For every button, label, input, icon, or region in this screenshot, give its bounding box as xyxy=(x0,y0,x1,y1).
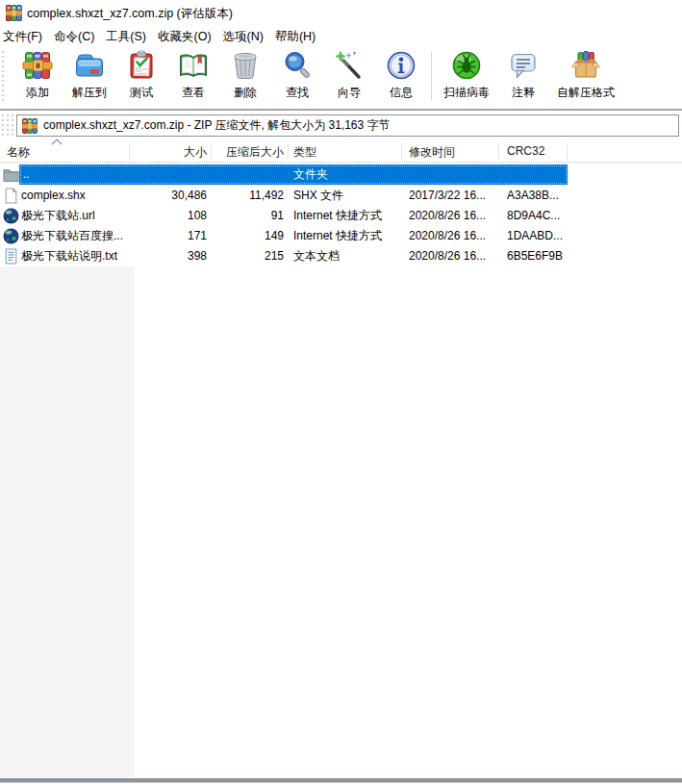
file-list-header: 名称 大小 压缩后大小 类型 修改时间 CRC32 xyxy=(0,140,682,163)
comment-icon xyxy=(508,50,539,81)
delete-icon xyxy=(230,50,261,81)
sort-asc-indicator xyxy=(50,138,63,145)
archive-description: complex.shxzt_xz7.com.zip - ZIP 压缩文件, 解包… xyxy=(43,117,391,134)
column-divider[interactable] xyxy=(129,143,130,160)
menu-item-options[interactable]: 选项(N) xyxy=(223,26,264,48)
info-icon xyxy=(386,50,417,81)
toolbar-button-info[interactable]: 信息 xyxy=(375,47,427,104)
column-divider[interactable] xyxy=(288,143,289,160)
virus-scan-icon xyxy=(451,50,482,81)
column-header-packed-size[interactable]: 压缩后大小 xyxy=(208,144,284,162)
toolbar-button-extract-to[interactable]: 解压到 xyxy=(63,47,115,104)
address-bar-gripper[interactable] xyxy=(2,114,14,137)
column-divider[interactable] xyxy=(498,143,499,160)
menu-bar: 文件(F) 命令(C) 工具(S) 收藏夹(O) 选项(N) 帮助(H) xyxy=(0,26,682,47)
file-icon xyxy=(3,188,19,204)
find-icon xyxy=(282,50,313,81)
toolbar: 添加 解压到 测试 xyxy=(0,47,682,109)
table-row-readme-txt[interactable]: 极光下载站说明.txt 398 215 文本文档 2020/8/26 16...… xyxy=(0,246,569,266)
toolbar-gripper[interactable] xyxy=(2,51,10,103)
menu-item-tools[interactable]: 工具(S) xyxy=(106,26,146,48)
table-row-url-shortcut[interactable]: 极光下载站.url 108 91 Internet 快捷方式 2020/8/26… xyxy=(0,206,569,226)
menu-item-help[interactable]: 帮助(H) xyxy=(275,26,316,48)
file-list: .. 文件夹 complex.shx 30,486 11,492 SHX 文件 … xyxy=(0,163,682,268)
toolbar-button-delete[interactable]: 删除 xyxy=(219,47,271,104)
extract-to-icon xyxy=(74,50,105,81)
toolbar-button-view[interactable]: 查看 xyxy=(167,47,219,104)
test-icon xyxy=(126,50,157,81)
toolbar-button-find[interactable]: 查找 xyxy=(271,47,323,104)
column-divider[interactable] xyxy=(567,143,568,160)
window-title: complex.shxzt_xz7.com.zip (评估版本) xyxy=(27,6,233,22)
window-bottom-border xyxy=(0,778,682,783)
add-archive-icon xyxy=(22,50,53,81)
toolbar-button-test[interactable]: 测试 xyxy=(115,47,167,104)
table-row-parent-dir[interactable]: .. 文件夹 xyxy=(0,164,569,185)
sfx-icon xyxy=(570,50,601,81)
toolbar-button-virus-scan[interactable]: 扫描病毒 xyxy=(436,47,497,104)
table-row-baidu-search-shortcut[interactable]: 极光下载站百度搜... 171 149 Internet 快捷方式 2020/8… xyxy=(0,226,569,246)
column-header-modified[interactable]: 修改时间 xyxy=(409,144,455,162)
text-file-icon xyxy=(3,248,19,265)
menu-item-favorites[interactable]: 收藏夹(O) xyxy=(158,26,212,48)
internet-shortcut-icon xyxy=(3,228,19,244)
toolbar-separator xyxy=(431,51,432,101)
archive-path-field[interactable]: complex.shxzt_xz7.com.zip - ZIP 压缩文件, 解包… xyxy=(16,114,679,137)
toolbar-button-comment[interactable]: 注释 xyxy=(497,47,549,104)
empty-left-panel xyxy=(0,266,135,777)
winrar-app-icon xyxy=(6,5,22,21)
menu-item-commands[interactable]: 命令(C) xyxy=(54,26,94,48)
column-header-crc32[interactable]: CRC32 xyxy=(507,144,544,162)
column-divider[interactable] xyxy=(401,143,402,160)
wizard-icon xyxy=(334,50,365,81)
title-bar: complex.shxzt_xz7.com.zip (评估版本) xyxy=(0,0,682,26)
internet-shortcut-icon xyxy=(3,208,19,224)
column-header-name[interactable]: 名称 xyxy=(7,144,30,162)
menu-item-file[interactable]: 文件(F) xyxy=(3,26,42,48)
column-divider[interactable] xyxy=(211,143,212,160)
folder-up-icon xyxy=(3,166,19,183)
view-icon xyxy=(178,50,209,81)
toolbar-button-wizard[interactable]: 向导 xyxy=(323,47,375,104)
table-row-complex-shx[interactable]: complex.shx 30,486 11,492 SHX 文件 2017/3/… xyxy=(0,186,569,206)
toolbar-button-add[interactable]: 添加 xyxy=(12,47,63,104)
column-header-type[interactable]: 类型 xyxy=(293,144,316,162)
address-bar: complex.shxzt_xz7.com.zip - ZIP 压缩文件, 解包… xyxy=(0,111,682,140)
column-header-size[interactable]: 大小 xyxy=(130,144,207,162)
zip-archive-icon xyxy=(22,118,38,134)
toolbar-button-sfx[interactable]: 自解压格式 xyxy=(549,47,622,104)
